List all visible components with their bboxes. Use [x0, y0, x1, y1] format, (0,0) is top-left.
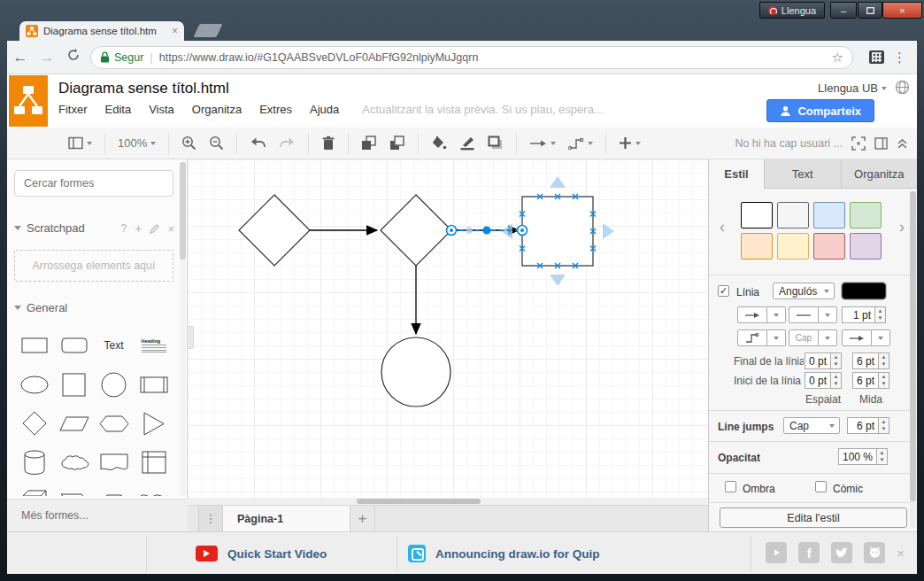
maximize-button[interactable]: [858, 2, 882, 19]
shape-triangle[interactable]: [134, 404, 173, 443]
style-swatch[interactable]: [741, 233, 773, 260]
profile-button[interactable]: Llengua: [759, 2, 825, 19]
share-button[interactable]: Comparteix: [766, 99, 874, 122]
more-shapes-button[interactable]: Més formes...: [7, 499, 188, 531]
menu-extres[interactable]: Extres: [259, 103, 292, 116]
shape-search[interactable]: [14, 170, 173, 197]
zoom-in-button[interactable]: [175, 132, 203, 155]
view-button[interactable]: [62, 132, 98, 155]
account-menu[interactable]: Llengua UB: [818, 81, 887, 95]
browser-menu-icon[interactable]: ⋮: [893, 50, 906, 66]
start-size-spinner[interactable]: 6 pt▲▼: [852, 372, 889, 389]
minimize-button[interactable]: –: [830, 2, 857, 19]
shape-step[interactable]: [54, 482, 94, 496]
menu-fitxer[interactable]: Fitxer: [58, 103, 88, 116]
shape-cloud[interactable]: [54, 443, 94, 482]
shape-square[interactable]: [54, 365, 94, 404]
shape-cylinder[interactable]: [14, 443, 54, 482]
style-swatch[interactable]: [813, 233, 845, 260]
fullscreen-icon[interactable]: [851, 136, 866, 151]
twitter-icon[interactable]: [831, 542, 852, 563]
facebook-icon[interactable]: f: [798, 542, 820, 563]
menu-ajuda[interactable]: Ajuda: [310, 103, 339, 116]
node-square-1[interactable]: [522, 197, 593, 266]
node-diamond-1[interactable]: [239, 195, 310, 266]
delete-button[interactable]: [315, 132, 342, 155]
shadow-checkbox[interactable]: [725, 481, 736, 495]
menu-organitza[interactable]: Organitza: [192, 103, 242, 116]
shape-trapezoid[interactable]: [94, 482, 134, 496]
security-chip[interactable]: Segur: [100, 51, 143, 64]
comic-checkbox[interactable]: [815, 481, 827, 495]
shape-text[interactable]: Text: [94, 326, 134, 365]
shape-textbox[interactable]: Heading: [134, 326, 173, 365]
browser-tab[interactable]: Diagrama sense títol.htm ×: [19, 21, 184, 41]
general-section-header[interactable]: General: [14, 301, 67, 314]
shape-ellipse[interactable]: [14, 365, 54, 404]
line-color-button[interactable]: [453, 132, 481, 155]
youtube-icon[interactable]: [766, 542, 787, 563]
bookmark-star-icon[interactable]: ☆: [832, 50, 843, 66]
url-text[interactable]: https://www.draw.io/#G1QAABSveDVLoF0AbFf…: [159, 51, 826, 64]
connection-style-button[interactable]: [523, 132, 562, 155]
scratchpad-header[interactable]: Scratchpad: [14, 221, 85, 235]
opacity-spinner[interactable]: 100 %▲▼: [838, 448, 888, 465]
swatch-prev-icon[interactable]: ‹: [720, 218, 725, 236]
insert-button[interactable]: [612, 132, 647, 155]
quip-announcement-link[interactable]: Announcing draw.io for Quip: [408, 532, 599, 575]
globe-icon[interactable]: [895, 80, 910, 95]
shape-rectangle[interactable]: [14, 326, 54, 365]
style-swatch[interactable]: [741, 202, 773, 229]
end-spacing-spinner[interactable]: 0 pt▲▼: [805, 352, 842, 369]
style-swatch[interactable]: [777, 202, 809, 229]
scratchpad-help-icon[interactable]: ?: [121, 222, 127, 235]
shape-circle[interactable]: [94, 365, 134, 404]
pages-menu-button[interactable]: ⋮: [198, 506, 223, 531]
edge-waypoint[interactable]: [466, 227, 473, 234]
shape-internal-storage[interactable]: [134, 443, 173, 482]
sidebar-scrollbar[interactable]: [180, 162, 186, 495]
node-diamond-2[interactable]: [381, 195, 451, 266]
shape-cube[interactable]: [14, 482, 54, 496]
shape-tape[interactable]: [134, 482, 173, 496]
canvas-horizontal-scrollbar[interactable]: [188, 498, 708, 505]
line-color-swatch[interactable]: [842, 283, 886, 299]
arrow-start-select[interactable]: [737, 306, 786, 323]
tab-text[interactable]: Text: [764, 159, 841, 188]
format-panel-scrollbar[interactable]: [910, 191, 916, 528]
scratchpad-add-icon[interactable]: +: [135, 221, 142, 236]
new-tab-button[interactable]: [194, 24, 223, 37]
reload-button[interactable]: [60, 48, 87, 66]
line-jumps-select[interactable]: Cap: [783, 417, 840, 434]
to-back-button[interactable]: [383, 132, 412, 155]
diagram-svg[interactable]: [188, 159, 708, 498]
direction-arrow-icon[interactable]: [550, 176, 566, 188]
style-swatch[interactable]: [850, 202, 882, 229]
tab-estil[interactable]: Estil: [709, 159, 764, 189]
shape-diamond[interactable]: [14, 404, 54, 443]
direction-arrow-icon[interactable]: [550, 275, 566, 286]
shape-parallelogram[interactable]: [54, 404, 94, 443]
extension-icon[interactable]: [869, 50, 884, 64]
line-style-select[interactable]: Angulós: [773, 283, 835, 299]
collapse-icon[interactable]: [897, 138, 908, 150]
to-front-button[interactable]: [355, 132, 383, 155]
back-button[interactable]: ←: [7, 49, 34, 66]
shape-document[interactable]: [94, 443, 134, 482]
scratchpad-dropzone[interactable]: Arrossega elements aquí: [14, 250, 173, 282]
redo-button[interactable]: [273, 132, 302, 155]
scratchpad-edit-icon[interactable]: [150, 224, 159, 234]
close-button[interactable]: ×: [882, 2, 922, 19]
start-spacing-spinner[interactable]: 0 pt▲▼: [805, 372, 842, 389]
style-swatch[interactable]: [777, 233, 809, 260]
arrow-end-select[interactable]: [842, 329, 890, 346]
menu-vista[interactable]: Vista: [149, 103, 174, 116]
end-size-spinner[interactable]: 6 pt▲▼: [852, 352, 889, 369]
style-swatch[interactable]: [850, 233, 882, 260]
menu-edita[interactable]: Edita: [105, 103, 132, 116]
tab-close-icon[interactable]: ×: [172, 25, 178, 37]
format-panel-icon[interactable]: [874, 137, 888, 150]
shadow-button[interactable]: [481, 132, 510, 155]
connection-select[interactable]: Cap: [789, 329, 837, 346]
github-icon[interactable]: [864, 542, 885, 563]
